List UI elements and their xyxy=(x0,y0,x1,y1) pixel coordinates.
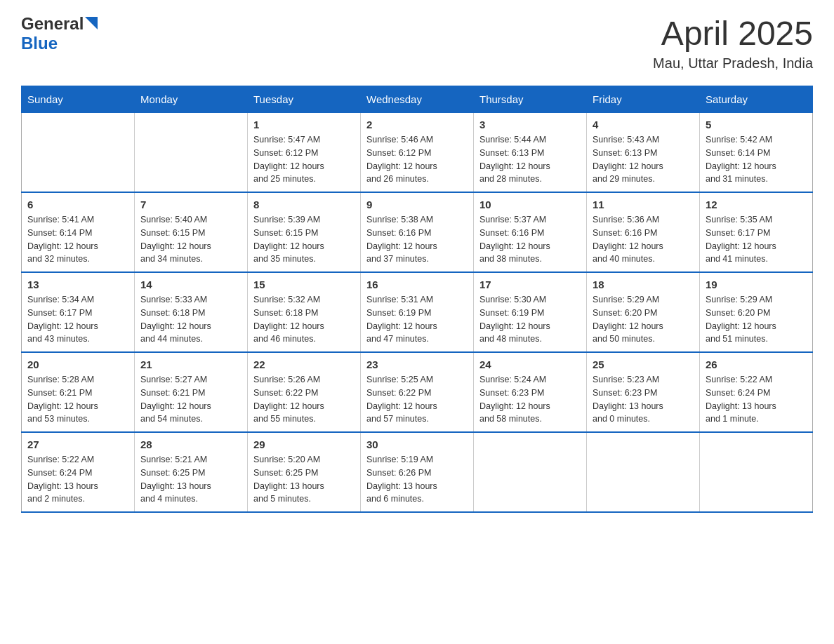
day-info: Sunrise: 5:28 AMSunset: 6:21 PMDaylight:… xyxy=(27,373,128,426)
calendar-cell: 8Sunrise: 5:39 AMSunset: 6:15 PMDaylight… xyxy=(248,192,361,272)
weekday-header-sunday: Sunday xyxy=(22,86,135,113)
calendar-cell: 23Sunrise: 5:25 AMSunset: 6:22 PMDayligh… xyxy=(361,352,474,432)
calendar-cell: 14Sunrise: 5:33 AMSunset: 6:18 PMDayligh… xyxy=(135,272,248,352)
calendar-cell: 11Sunrise: 5:36 AMSunset: 6:16 PMDayligh… xyxy=(587,192,700,272)
calendar-cell: 16Sunrise: 5:31 AMSunset: 6:19 PMDayligh… xyxy=(361,272,474,352)
weekday-header-tuesday: Tuesday xyxy=(248,86,361,113)
calendar-cell: 21Sunrise: 5:27 AMSunset: 6:21 PMDayligh… xyxy=(135,352,248,432)
logo-blue-text: Blue xyxy=(21,34,58,53)
calendar-cell: 27Sunrise: 5:22 AMSunset: 6:24 PMDayligh… xyxy=(22,432,135,512)
day-number: 30 xyxy=(366,438,468,450)
calendar-cell: 2Sunrise: 5:46 AMSunset: 6:12 PMDaylight… xyxy=(361,113,474,193)
day-info: Sunrise: 5:26 AMSunset: 6:22 PMDaylight:… xyxy=(253,373,355,426)
day-info: Sunrise: 5:43 AMSunset: 6:13 PMDaylight:… xyxy=(593,133,694,186)
calendar-cell: 10Sunrise: 5:37 AMSunset: 6:16 PMDayligh… xyxy=(474,192,587,272)
day-info: Sunrise: 5:22 AMSunset: 6:24 PMDaylight:… xyxy=(27,453,128,506)
day-number: 13 xyxy=(27,279,128,290)
calendar-week-3: 13Sunrise: 5:34 AMSunset: 6:17 PMDayligh… xyxy=(22,272,813,352)
calendar-week-4: 20Sunrise: 5:28 AMSunset: 6:21 PMDayligh… xyxy=(22,352,813,432)
day-number: 24 xyxy=(479,358,581,370)
day-info: Sunrise: 5:24 AMSunset: 6:23 PMDaylight:… xyxy=(479,373,581,426)
day-info: Sunrise: 5:41 AMSunset: 6:14 PMDaylight:… xyxy=(27,213,128,266)
day-number: 27 xyxy=(27,438,128,450)
weekday-header-thursday: Thursday xyxy=(474,86,587,113)
weekday-header-saturday: Saturday xyxy=(700,86,813,113)
location-subtitle: Mau, Uttar Pradesh, India xyxy=(653,55,813,72)
day-info: Sunrise: 5:37 AMSunset: 6:16 PMDaylight:… xyxy=(479,213,581,266)
calendar-cell: 17Sunrise: 5:30 AMSunset: 6:19 PMDayligh… xyxy=(474,272,587,352)
month-year-title: April 2025 xyxy=(653,14,813,53)
day-number: 7 xyxy=(140,199,241,210)
day-number: 9 xyxy=(366,199,468,210)
day-number: 28 xyxy=(140,438,241,450)
day-number: 12 xyxy=(706,199,807,210)
day-number: 20 xyxy=(27,358,128,370)
day-info: Sunrise: 5:31 AMSunset: 6:19 PMDaylight:… xyxy=(366,293,468,346)
day-info: Sunrise: 5:29 AMSunset: 6:20 PMDaylight:… xyxy=(593,293,694,346)
calendar-cell: 29Sunrise: 5:20 AMSunset: 6:25 PMDayligh… xyxy=(248,432,361,512)
day-info: Sunrise: 5:38 AMSunset: 6:16 PMDaylight:… xyxy=(366,213,468,266)
day-number: 3 xyxy=(479,119,581,130)
calendar-cell: 6Sunrise: 5:41 AMSunset: 6:14 PMDaylight… xyxy=(22,192,135,272)
day-number: 26 xyxy=(706,358,807,370)
day-info: Sunrise: 5:20 AMSunset: 6:25 PMDaylight:… xyxy=(253,453,355,506)
logo-general-text: General xyxy=(21,14,84,34)
calendar-week-5: 27Sunrise: 5:22 AMSunset: 6:24 PMDayligh… xyxy=(22,432,813,512)
day-number: 25 xyxy=(593,358,694,370)
weekday-header-monday: Monday xyxy=(135,86,248,113)
day-number: 21 xyxy=(140,358,241,370)
calendar-cell: 7Sunrise: 5:40 AMSunset: 6:15 PMDaylight… xyxy=(135,192,248,272)
calendar-cell xyxy=(135,113,248,193)
calendar-body: 1Sunrise: 5:47 AMSunset: 6:12 PMDaylight… xyxy=(22,113,813,513)
calendar-cell: 30Sunrise: 5:19 AMSunset: 6:26 PMDayligh… xyxy=(361,432,474,512)
calendar-cell: 20Sunrise: 5:28 AMSunset: 6:21 PMDayligh… xyxy=(22,352,135,432)
day-number: 23 xyxy=(366,358,468,370)
calendar-cell: 4Sunrise: 5:43 AMSunset: 6:13 PMDaylight… xyxy=(587,113,700,193)
day-number: 5 xyxy=(706,119,807,130)
calendar-cell xyxy=(587,432,700,512)
day-info: Sunrise: 5:30 AMSunset: 6:19 PMDaylight:… xyxy=(479,293,581,346)
day-number: 1 xyxy=(253,119,355,130)
day-number: 18 xyxy=(593,279,694,290)
day-info: Sunrise: 5:29 AMSunset: 6:20 PMDaylight:… xyxy=(706,293,807,346)
calendar-cell: 22Sunrise: 5:26 AMSunset: 6:22 PMDayligh… xyxy=(248,352,361,432)
day-info: Sunrise: 5:25 AMSunset: 6:22 PMDaylight:… xyxy=(366,373,468,426)
day-info: Sunrise: 5:44 AMSunset: 6:13 PMDaylight:… xyxy=(479,133,581,186)
calendar-cell: 1Sunrise: 5:47 AMSunset: 6:12 PMDaylight… xyxy=(248,113,361,193)
day-info: Sunrise: 5:35 AMSunset: 6:17 PMDaylight:… xyxy=(706,213,807,266)
day-number: 2 xyxy=(366,119,468,130)
calendar-cell: 5Sunrise: 5:42 AMSunset: 6:14 PMDaylight… xyxy=(700,113,813,193)
calendar-cell xyxy=(474,432,587,512)
calendar-cell: 12Sunrise: 5:35 AMSunset: 6:17 PMDayligh… xyxy=(700,192,813,272)
day-number: 22 xyxy=(253,358,355,370)
weekday-header-row: SundayMondayTuesdayWednesdayThursdayFrid… xyxy=(22,86,813,113)
day-number: 10 xyxy=(479,199,581,210)
calendar-cell xyxy=(700,432,813,512)
svg-marker-0 xyxy=(85,17,98,29)
day-info: Sunrise: 5:47 AMSunset: 6:12 PMDaylight:… xyxy=(253,133,355,186)
day-info: Sunrise: 5:42 AMSunset: 6:14 PMDaylight:… xyxy=(706,133,807,186)
calendar-cell: 26Sunrise: 5:22 AMSunset: 6:24 PMDayligh… xyxy=(700,352,813,432)
day-number: 8 xyxy=(253,199,355,210)
day-info: Sunrise: 5:33 AMSunset: 6:18 PMDaylight:… xyxy=(140,293,241,346)
logo-triangle-icon xyxy=(85,17,98,32)
calendar-week-1: 1Sunrise: 5:47 AMSunset: 6:12 PMDaylight… xyxy=(22,113,813,193)
calendar-table: SundayMondayTuesdayWednesdayThursdayFrid… xyxy=(21,86,813,513)
calendar-cell: 3Sunrise: 5:44 AMSunset: 6:13 PMDaylight… xyxy=(474,113,587,193)
day-info: Sunrise: 5:21 AMSunset: 6:25 PMDaylight:… xyxy=(140,453,241,506)
weekday-header-friday: Friday xyxy=(587,86,700,113)
day-number: 11 xyxy=(593,199,694,210)
day-info: Sunrise: 5:36 AMSunset: 6:16 PMDaylight:… xyxy=(593,213,694,266)
day-info: Sunrise: 5:39 AMSunset: 6:15 PMDaylight:… xyxy=(253,213,355,266)
logo: General Blue xyxy=(21,14,98,53)
day-info: Sunrise: 5:22 AMSunset: 6:24 PMDaylight:… xyxy=(706,373,807,426)
day-number: 14 xyxy=(140,279,241,290)
day-info: Sunrise: 5:46 AMSunset: 6:12 PMDaylight:… xyxy=(366,133,468,186)
calendar-cell: 19Sunrise: 5:29 AMSunset: 6:20 PMDayligh… xyxy=(700,272,813,352)
calendar-cell: 9Sunrise: 5:38 AMSunset: 6:16 PMDaylight… xyxy=(361,192,474,272)
weekday-header-wednesday: Wednesday xyxy=(361,86,474,113)
day-info: Sunrise: 5:40 AMSunset: 6:15 PMDaylight:… xyxy=(140,213,241,266)
page-header: General Blue April 2025 Mau, Uttar Prade… xyxy=(21,14,813,72)
calendar-cell: 13Sunrise: 5:34 AMSunset: 6:17 PMDayligh… xyxy=(22,272,135,352)
day-number: 29 xyxy=(253,438,355,450)
